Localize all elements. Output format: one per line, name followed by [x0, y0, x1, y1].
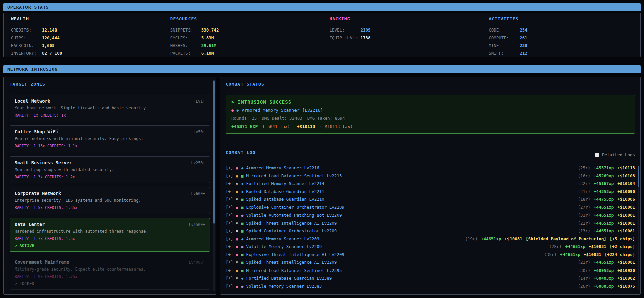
exp-gain: +45371 EXP: [231, 124, 258, 129]
stat-value: 82 / 100: [42, 49, 62, 57]
stat-label: HACKCOIN:: [11, 42, 42, 49]
expand-toggle[interactable]: [+]: [226, 236, 233, 241]
log-entry-right: (22r)+44651xp+$10081: [574, 221, 635, 226]
enemy-name: Volatile Memory Scanner Lv2209: [246, 244, 322, 249]
money-icon: ■: [241, 252, 244, 257]
expand-toggle[interactable]: [+]: [226, 173, 233, 178]
log-entry-right: (21r)+44651xp+$10081: [574, 260, 635, 265]
face-icon: ●: [236, 189, 238, 194]
log-entry-right: (26r)+60005xp+$10875: [574, 284, 635, 289]
stats-group-title: RESOURCES: [170, 16, 312, 24]
enemy-name: Volatile Automated Patching Bot Lv2209: [246, 213, 342, 218]
zone-title-row: Coffee Shop WiFiLv50+: [15, 129, 205, 134]
zone-card-coffee-shop-wifi[interactable]: Coffee Shop WiFiLv50+Public networks wit…: [10, 125, 210, 152]
stat-value: 120,444: [42, 34, 60, 42]
expand-toggle[interactable]: [+]: [226, 197, 233, 202]
log-row: [+]✖■Spiked Container Orchestrator Lv220…: [226, 228, 635, 236]
log-entry-left: [+]✖◆Fortified Memory Scanner Lv2214: [226, 181, 324, 186]
money-icon: ■: [241, 174, 244, 178]
stat-label: INVENTORY:: [11, 49, 42, 57]
intrusion-enemy-line: ●◆Armored Memory Scanner [Lv2216]: [231, 108, 629, 113]
stat-value: 6.18M: [201, 49, 214, 57]
app-root: OPERATOR STATS WEALTHCREDITS:12.14BCHIPS…: [0, 0, 644, 298]
detailed-logs-checkbox[interactable]: [595, 153, 599, 157]
log-entry-left: [+]●◆Armored Memory Scanner Lv2216: [226, 165, 319, 170]
stat-value: 29.61M: [201, 42, 216, 49]
expand-toggle[interactable]: [+]: [226, 252, 233, 257]
xp-gain: +44651xp: [594, 213, 614, 218]
log-row: [+]●●Volatile Automated Patching Bot Lv2…: [226, 213, 635, 221]
stats-group-wealth: WEALTHCREDITS:12.14BCHIPS:120,444HACKCOI…: [4, 13, 163, 57]
log-row: [+]●■Mirrored Load Balancer Sentinel Lv2…: [226, 268, 635, 276]
log-entry-left: [+]●■Mirrored Load Balancer Sentinel Lv2…: [226, 268, 342, 273]
expand-toggle[interactable]: [+]: [226, 268, 233, 273]
expand-toggle[interactable]: [+]: [226, 165, 233, 170]
expand-toggle[interactable]: [+]: [226, 221, 233, 226]
log-entry-right: (25r)+45371xp+$10113: [574, 165, 635, 170]
log-entry-right: (30r)+60958xp+$10930: [574, 268, 635, 273]
zone-card-small-business-server[interactable]: Small Business ServerLv250+Mom-and-pop s…: [10, 156, 210, 183]
enemy-name: Armored Memory Scanner Lv2216: [246, 165, 319, 170]
enemy-name: Armored Memory Scanner Lv2209: [246, 236, 319, 241]
zone-card-local-network[interactable]: Local NetworkLv1+Your home network. Simp…: [10, 95, 210, 121]
zones-scrollbar[interactable]: [213, 80, 215, 291]
face-icon: ●: [236, 174, 238, 178]
zone-title-row: Data CenterLv1500+: [15, 222, 205, 227]
stat-value: 1,608: [42, 42, 55, 49]
log-entry-left: [+]✖■Spiked Database Guardian Lv2210: [226, 197, 324, 202]
stats-group-resources: RESOURCESSNIPPETS:530,742CYCLES:5.83MHAS…: [163, 13, 322, 57]
rounds-count: (13r): [578, 228, 590, 233]
stat-row: COMPUTE:261: [489, 34, 630, 42]
stat-label: PACKETS:: [170, 49, 201, 57]
zone-name: Small Business Server: [15, 160, 72, 165]
log-row: [+]●●Volatile Memory Scanner Lv2209(28r)…: [226, 244, 635, 252]
log-row: [+]✖■Spiked Threat Intelligence AI Lv220…: [226, 221, 635, 229]
enemy-name: Rooted Database Guardian Lv2211: [246, 189, 324, 194]
expand-toggle[interactable]: [+]: [226, 181, 233, 186]
log-entry-left: [+]●■Explosive Container Orchestrator Lv…: [226, 205, 344, 210]
enemy-name: Explosive Container Orchestrator Lv2209: [246, 205, 344, 210]
log-scrollbar[interactable]: [638, 166, 639, 290]
enemy-name: Mirrored Load Balancer Sentinel Lv2215: [246, 173, 342, 178]
stat-row: CREDITS:12.14B: [11, 26, 153, 34]
stat-value: 254: [520, 26, 527, 34]
zone-description: Military-grade security. Expect elite co…: [15, 267, 205, 272]
money-gain: +$10108: [617, 173, 635, 178]
expand-toggle[interactable]: [+]: [226, 260, 233, 265]
intrusion-rewards: +45371 EXP (-5041 tax) +$10113 (-$10113 …: [231, 124, 629, 129]
detailed-logs-toggle[interactable]: Detailed Logs: [595, 152, 635, 157]
zone-description: Mom-and-pop shops with outdated security…: [15, 167, 205, 172]
log-entry-left: [+]✖■Spiked Threat Intelligence AI Lv220…: [226, 221, 337, 226]
rounds-count: (21r): [578, 260, 590, 265]
exp-tax: (-5041 tax): [262, 124, 290, 129]
log-row: [+]●■Mirrored Load Balancer Sentinel Lv2…: [226, 173, 635, 181]
expand-toggle[interactable]: [+]: [226, 284, 233, 289]
log-scrollbar-thumb[interactable]: [638, 166, 639, 187]
log-entry-right: (31r)+44651xp+$10081: [574, 213, 635, 218]
stat-label: MINE:: [489, 42, 520, 49]
zone-card-corporate-network[interactable]: Corporate NetworkLv600+Enterprise securi…: [10, 187, 210, 214]
loot-drop: [Shielded Payload of Puncturing]: [526, 236, 606, 241]
bomb-icon: ●: [241, 213, 244, 218]
xp-gain: +60005xp: [594, 284, 614, 289]
zone-multipliers: RARITY: 1.5x CREDITS: 1.35x: [15, 205, 205, 210]
money-gain: +$10086: [617, 197, 635, 202]
expand-toggle[interactable]: [+]: [226, 189, 233, 194]
expand-toggle[interactable]: [+]: [226, 244, 233, 249]
zone-level-requirement: Lv1+: [196, 99, 205, 104]
zone-card-data-center[interactable]: Data CenterLv1500+Hardened infrastructur…: [10, 218, 210, 252]
stat-label: CREDITS:: [11, 26, 42, 34]
expand-toggle[interactable]: [+]: [226, 228, 233, 233]
expand-toggle[interactable]: [+]: [226, 213, 233, 218]
zone-card-government-mainframe[interactable]: Government MainframeLv4000+Military-grad…: [10, 256, 210, 290]
money-gain: +$10081: [617, 228, 635, 233]
operator-stats-panel: WEALTHCREDITS:12.14BCHIPS:120,444HACKCOI…: [3, 13, 641, 57]
zone-level-requirement: Lv50+: [193, 130, 205, 134]
log-entry-left: [+]●◆Rooted Database Guardian Lv2211: [226, 189, 324, 194]
log-entry-right: (14r)+60483xp+$10902: [574, 276, 635, 281]
zones-scrollbar-thumb[interactable]: [213, 80, 215, 224]
stat-row: SNIPPETS:530,742: [170, 26, 312, 34]
expand-toggle[interactable]: [+]: [226, 276, 233, 281]
xp-gain: +44651xp: [594, 228, 614, 233]
expand-toggle[interactable]: [+]: [226, 205, 233, 210]
